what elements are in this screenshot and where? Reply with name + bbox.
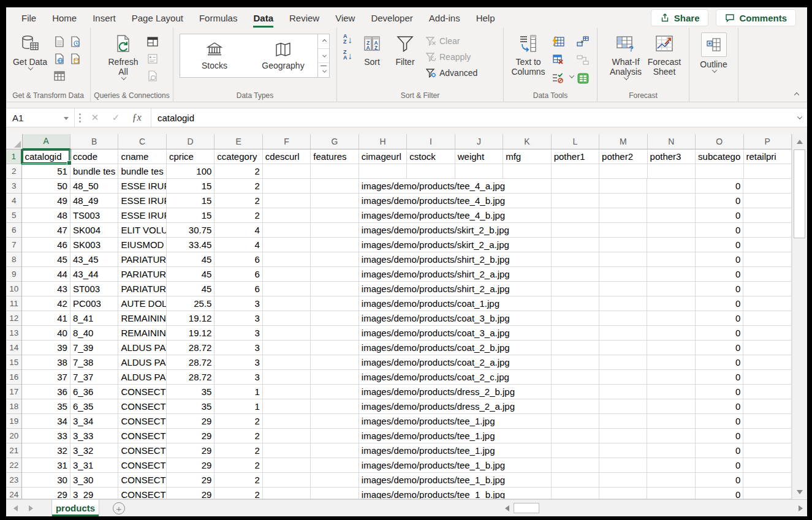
- share-button[interactable]: Share: [651, 9, 709, 26]
- scroll-left-icon[interactable]: [500, 505, 514, 511]
- cell-M16[interactable]: [599, 370, 647, 385]
- cell-B15[interactable]: 7_38: [70, 355, 118, 370]
- cell-M18[interactable]: [599, 399, 647, 414]
- cell-C4[interactable]: ESSE IRUR: [118, 194, 166, 208]
- cell-L5[interactable]: [552, 208, 599, 223]
- scroll-up-icon[interactable]: [792, 134, 806, 149]
- cell-A8[interactable]: 45: [22, 252, 70, 267]
- cell-E24[interactable]: 2: [214, 488, 262, 499]
- cell-A22[interactable]: 31: [22, 458, 70, 473]
- cell-G23[interactable]: [311, 473, 359, 488]
- sort-button[interactable]: ZAAZ Sort: [356, 31, 388, 67]
- cell-M2[interactable]: [599, 164, 647, 179]
- cell-D17[interactable]: 35: [167, 385, 214, 399]
- cell-B24[interactable]: 3_29: [70, 488, 118, 499]
- cell-L18[interactable]: [552, 399, 599, 414]
- formula-bar-handle[interactable]: [75, 108, 85, 127]
- tab-page-layout[interactable]: Page Layout: [124, 9, 191, 28]
- row-header-4[interactable]: 4: [6, 194, 22, 208]
- cell-H23[interactable]: images/demo/products/tee_1_b.jpg: [359, 473, 552, 488]
- cell-E17[interactable]: 1: [214, 385, 262, 399]
- cell-O22[interactable]: 0: [696, 458, 743, 473]
- cell-B20[interactable]: 3_33: [70, 429, 118, 443]
- cell-B13[interactable]: 8_40: [70, 326, 118, 341]
- cell-H19[interactable]: images/demo/products/tee_1.jpg: [359, 414, 552, 429]
- cell-H2[interactable]: [359, 164, 407, 179]
- cell-D3[interactable]: 15: [167, 179, 214, 194]
- cell-L22[interactable]: [552, 458, 599, 473]
- cell-H4[interactable]: images/demo/products/tee_4_b.jpg: [359, 194, 552, 208]
- recent-sources-icon[interactable]: [69, 34, 82, 50]
- cell-D21[interactable]: 29: [167, 443, 214, 458]
- cell-C18[interactable]: CONSECTE: [118, 399, 166, 414]
- cell-A16[interactable]: 37: [22, 370, 70, 385]
- cell-C12[interactable]: REMAININ: [118, 311, 166, 326]
- cell-I2[interactable]: [407, 164, 455, 179]
- cell-O11[interactable]: 0: [696, 296, 743, 311]
- cell-H9[interactable]: images/demo/products/shirt_2_a.jpg: [359, 267, 552, 282]
- cell-G8[interactable]: [311, 252, 359, 267]
- cell-K2[interactable]: [503, 164, 551, 179]
- cell-D7[interactable]: 33.45: [167, 238, 214, 252]
- cell-G4[interactable]: [311, 194, 359, 208]
- cell-L19[interactable]: [552, 414, 599, 429]
- cell-J1[interactable]: weight: [455, 149, 503, 164]
- cell-L21[interactable]: [552, 443, 599, 458]
- cell-O23[interactable]: 0: [696, 473, 743, 488]
- cell-H17[interactable]: images/demo/products/dress_2_b.jpg: [359, 385, 552, 399]
- cell-P14[interactable]: [743, 341, 791, 355]
- cell-M13[interactable]: [599, 326, 647, 341]
- cell-O15[interactable]: 0: [696, 355, 743, 370]
- cell-M21[interactable]: [599, 443, 647, 458]
- row-header-9[interactable]: 9: [6, 267, 22, 282]
- cell-L14[interactable]: [552, 341, 599, 355]
- expand-formula-bar-icon[interactable]: [791, 108, 807, 127]
- cell-E19[interactable]: 2: [214, 414, 262, 429]
- cell-E22[interactable]: 2: [214, 458, 262, 473]
- cell-G9[interactable]: [311, 267, 359, 282]
- cell-H22[interactable]: images/demo/products/tee_1_b.jpg: [359, 458, 552, 473]
- cell-A6[interactable]: 47: [22, 223, 70, 238]
- cell-C9[interactable]: PARIATUR: [118, 267, 166, 282]
- cell-F2[interactable]: [263, 164, 311, 179]
- cell-L17[interactable]: [552, 385, 599, 399]
- cell-E14[interactable]: 3: [214, 341, 262, 355]
- cell-O24[interactable]: 0: [696, 488, 743, 499]
- properties-icon[interactable]: [146, 51, 159, 67]
- cell-B11[interactable]: PC003: [70, 296, 118, 311]
- cell-G21[interactable]: [311, 443, 359, 458]
- column-header-A[interactable]: A: [23, 134, 70, 149]
- row-header-16[interactable]: 16: [6, 370, 22, 385]
- row-header-3[interactable]: 3: [6, 179, 22, 194]
- relationships-icon[interactable]: [575, 52, 591, 68]
- cell-B3[interactable]: 48_50: [70, 179, 118, 194]
- cell-E13[interactable]: 3: [214, 326, 262, 341]
- cell-B8[interactable]: 43_45: [70, 252, 118, 267]
- cell-C10[interactable]: PARIATUR: [118, 282, 166, 296]
- cell-E6[interactable]: 4: [214, 223, 262, 238]
- cell-D8[interactable]: 45: [167, 252, 214, 267]
- formula-input[interactable]: catalogid: [151, 108, 791, 127]
- tab-review[interactable]: Review: [281, 9, 327, 28]
- cell-P18[interactable]: [743, 399, 791, 414]
- cell-L2[interactable]: [552, 164, 599, 179]
- cell-M24[interactable]: [599, 488, 647, 499]
- insert-function-icon[interactable]: ƒx: [126, 112, 147, 123]
- sort-ascending-button[interactable]: AZ↓: [343, 34, 352, 45]
- cell-K1[interactable]: mfg: [503, 149, 551, 164]
- cell-B1[interactable]: ccode: [70, 149, 118, 164]
- cell-M23[interactable]: [599, 473, 647, 488]
- cell-F23[interactable]: [263, 473, 311, 488]
- cell-B18[interactable]: 6_35: [70, 399, 118, 414]
- cell-F16[interactable]: [263, 370, 311, 385]
- cell-H24[interactable]: images/demo/products/tee_1_b.jpg: [359, 488, 552, 499]
- next-sheet-icon[interactable]: [29, 505, 33, 511]
- row-header-15[interactable]: 15: [6, 355, 22, 370]
- cell-P13[interactable]: [743, 326, 791, 341]
- cell-D12[interactable]: 19.12: [167, 311, 214, 326]
- cell-O6[interactable]: 0: [696, 223, 743, 238]
- cell-F5[interactable]: [263, 208, 311, 223]
- cell-H13[interactable]: images/demo/products/coat_3_a.jpg: [359, 326, 552, 341]
- sort-descending-button[interactable]: ZA↓: [343, 50, 352, 61]
- cell-F15[interactable]: [263, 355, 311, 370]
